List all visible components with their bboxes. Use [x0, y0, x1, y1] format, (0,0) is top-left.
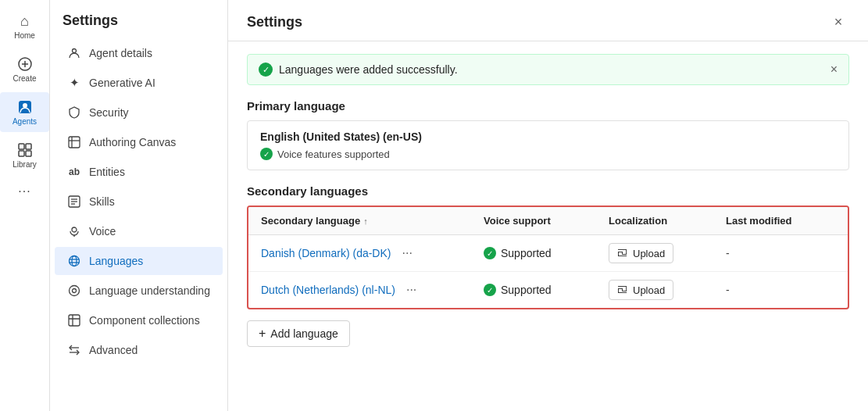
table-row: Danish (Denmark) (da-DK) ··· ✓ Supported…: [248, 235, 848, 272]
banner-close-button[interactable]: ×: [830, 63, 838, 77]
sidebar-icon-library[interactable]: Library: [0, 135, 49, 175]
dutch-last-modified: -: [726, 284, 835, 296]
page-title: Settings: [247, 14, 302, 30]
skills-icon: [67, 195, 81, 209]
nav-item-security[interactable]: Security: [55, 98, 223, 127]
nav-item-advanced[interactable]: Advanced: [55, 336, 223, 364]
library-icon: [16, 141, 34, 159]
nav-item-skills[interactable]: Skills: [55, 188, 223, 216]
authoring-canvas-label: Authoring Canvas: [89, 136, 176, 148]
agents-label: Agents: [13, 117, 37, 126]
add-language-label: Add language: [270, 327, 338, 340]
settings-title: Settings: [50, 0, 227, 38]
component-collections-icon: [67, 313, 81, 327]
security-icon: [67, 105, 81, 120]
svg-point-20: [72, 256, 77, 266]
nav-item-authoring-canvas[interactable]: Authoring Canvas: [55, 128, 223, 156]
svg-point-23: [70, 286, 80, 296]
voice-supported-row: ✓ Voice features supported: [260, 148, 836, 160]
upload-icon: ꡙ: [617, 284, 628, 296]
svg-point-4: [23, 103, 27, 108]
skills-label: Skills: [89, 195, 115, 208]
header-language: Secondary language ↑: [261, 215, 484, 227]
secondary-languages-table: Secondary language ↑ Voice support Local…: [247, 206, 849, 309]
localization-cell-danish: ꡙ Upload: [609, 243, 726, 263]
success-banner: ✓ Languages were added successfully. ×: [247, 54, 849, 85]
entities-label: Entities: [89, 166, 125, 178]
agent-details-icon: [67, 46, 81, 60]
success-icon: ✓: [259, 63, 273, 77]
banner-text: Languages were added successfully.: [279, 63, 458, 76]
nav-item-languages[interactable]: Languages: [55, 247, 223, 275]
table-header: Secondary language ↑ Voice support Local…: [248, 207, 848, 235]
home-label: Home: [14, 31, 35, 40]
lang-cell-dutch: Dutch (Netherlands) (nl-NL) ···: [261, 281, 484, 298]
danish-last-modified: -: [726, 247, 835, 259]
languages-icon: [67, 254, 81, 268]
close-button[interactable]: ×: [827, 11, 849, 33]
main-header: Settings ×: [228, 0, 868, 41]
sidebar-icons-panel: ⌂ Home Create Agents: [0, 0, 50, 411]
svg-rect-6: [26, 144, 31, 149]
nav-item-component-collections[interactable]: Component collections: [55, 306, 223, 334]
nav-item-language-understanding[interactable]: Language understanding: [55, 277, 223, 305]
svg-point-19: [70, 256, 80, 266]
header-last-modified: Last modified: [726, 215, 835, 227]
banner-left: ✓ Languages were added successfully.: [259, 63, 458, 77]
create-label: Create: [13, 74, 36, 83]
nav-item-generative-ai[interactable]: ✦ Generative AI: [55, 69, 223, 97]
danish-voice-icon: ✓: [484, 247, 496, 259]
dutch-options-button[interactable]: ···: [402, 281, 421, 298]
lang-link-dutch[interactable]: Dutch (Netherlands) (nl-NL): [261, 284, 395, 296]
agent-details-label: Agent details: [89, 47, 152, 59]
primary-language-card: English (United States) (en-US) ✓ Voice …: [247, 120, 849, 170]
create-icon: [16, 55, 34, 73]
languages-label: Languages: [89, 255, 143, 267]
content-area: ✓ Languages were added successfully. × P…: [228, 41, 868, 411]
svg-rect-8: [26, 151, 31, 156]
add-language-button[interactable]: + Add language: [247, 320, 350, 347]
sidebar-icon-agents[interactable]: Agents: [0, 92, 49, 132]
svg-rect-5: [19, 144, 24, 149]
sidebar-icon-create[interactable]: Create: [0, 49, 49, 89]
language-understanding-icon: [67, 284, 81, 298]
agents-icon: [16, 98, 34, 116]
nav-item-agent-details[interactable]: Agent details: [55, 39, 223, 67]
home-icon: ⌂: [16, 13, 34, 30]
sidebar-icon-home[interactable]: ⌂ Home: [0, 6, 49, 46]
secondary-languages-title: Secondary languages: [247, 184, 849, 198]
svg-rect-7: [19, 151, 24, 156]
security-label: Security: [89, 106, 129, 119]
nav-item-entities[interactable]: ab Entities: [55, 158, 223, 186]
svg-rect-10: [69, 137, 80, 148]
generative-ai-icon: ✦: [67, 76, 81, 90]
entities-icon: ab: [67, 165, 81, 179]
voice-cell-danish: ✓ Supported: [484, 247, 609, 259]
voice-cell-dutch: ✓ Supported: [484, 284, 609, 296]
nav-panel: Settings Agent details ✦ Generative AI S…: [50, 0, 228, 411]
primary-language-title: Primary language: [247, 99, 849, 113]
generative-ai-label: Generative AI: [89, 77, 155, 89]
dutch-voice-icon: ✓: [484, 284, 496, 296]
header-localization: Localization: [609, 215, 726, 227]
voice-check-icon: ✓: [260, 148, 273, 160]
lang-link-danish[interactable]: Danish (Denmark) (da-DK): [261, 247, 391, 259]
table-row: Dutch (Netherlands) (nl-NL) ··· ✓ Suppor…: [248, 272, 848, 308]
authoring-canvas-icon: [67, 135, 81, 149]
advanced-icon: [67, 343, 81, 357]
header-voice-support: Voice support: [484, 215, 609, 227]
component-collections-label: Component collections: [89, 314, 200, 327]
sidebar-more[interactable]: ···: [15, 178, 34, 205]
voice-supported-label: Voice features supported: [277, 148, 390, 160]
voice-label: Voice: [89, 225, 116, 238]
danish-upload-button[interactable]: ꡙ Upload: [609, 243, 673, 263]
dutch-upload-button[interactable]: ꡙ Upload: [609, 280, 673, 300]
lang-cell-danish: Danish (Denmark) (da-DK) ···: [261, 245, 484, 262]
language-understanding-label: Language understanding: [89, 284, 210, 297]
advanced-label: Advanced: [89, 344, 138, 356]
danish-options-button[interactable]: ···: [397, 245, 416, 262]
svg-point-17: [72, 227, 77, 232]
svg-point-9: [73, 49, 77, 53]
nav-item-voice[interactable]: Voice: [55, 217, 223, 245]
upload-icon: ꡙ: [617, 247, 628, 259]
